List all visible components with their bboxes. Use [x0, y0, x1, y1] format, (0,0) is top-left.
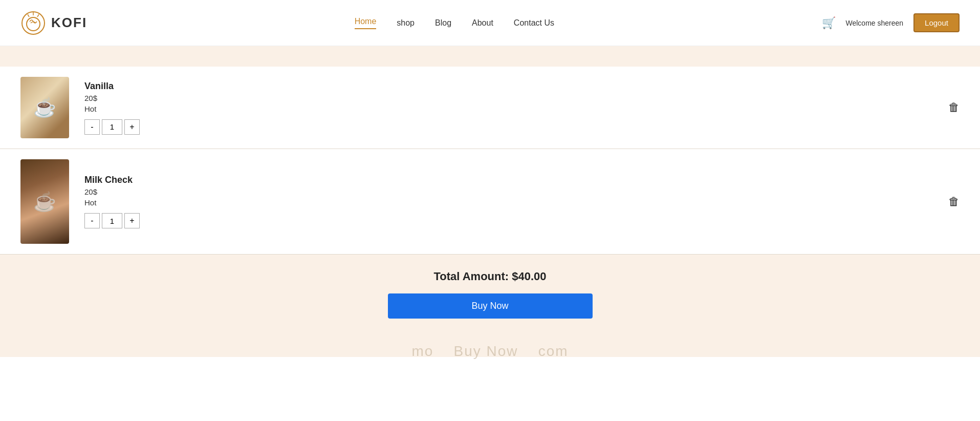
- brand-name: KOFI: [51, 15, 87, 31]
- qty-controls-vanilla: - +: [84, 119, 140, 135]
- nav-blog[interactable]: Blog: [435, 18, 451, 28]
- nav-home[interactable]: Home: [355, 17, 377, 29]
- item-name-vanilla: Vanilla: [84, 81, 140, 92]
- qty-increase-vanilla[interactable]: +: [124, 119, 140, 135]
- item-name-milkcheck: Milk Check: [84, 175, 140, 185]
- qty-controls-milkcheck: - +: [84, 213, 140, 228]
- navbar-right: 🛒 Welcome shereen Logout: [822, 13, 960, 32]
- cart-footer: Total Amount: $40.00 Buy Now: [0, 255, 980, 357]
- logo-area: KOFI: [20, 10, 87, 36]
- welcome-text: Welcome shereen: [846, 19, 904, 27]
- delete-vanilla[interactable]: 🗑: [948, 101, 960, 114]
- total-amount: Total Amount: $40.00: [20, 270, 960, 283]
- item-details-milkcheck: Milk Check 20$ Hot - +: [84, 175, 140, 228]
- item-image-vanilla: [20, 77, 69, 138]
- qty-decrease-vanilla[interactable]: -: [84, 119, 100, 135]
- item-type-milkcheck: Hot: [84, 198, 140, 207]
- item-price-milkcheck: 20$: [84, 187, 140, 196]
- cart-item: Vanilla 20$ Hot - + 🗑: [0, 67, 980, 149]
- cart-container: Vanilla 20$ Hot - + 🗑 Milk Check 20$ Hot…: [0, 67, 980, 255]
- navbar: KOFI Home shop Blog About Contact Us 🛒 W…: [0, 0, 980, 46]
- item-type-vanilla: Hot: [84, 104, 140, 113]
- nav-links: Home shop Blog About Contact Us: [355, 17, 554, 29]
- qty-increase-milkcheck[interactable]: +: [124, 213, 140, 228]
- hero-strip: [0, 46, 980, 67]
- logout-button[interactable]: Logout: [913, 13, 960, 32]
- qty-decrease-milkcheck[interactable]: -: [84, 213, 100, 228]
- qty-input-milkcheck[interactable]: [102, 213, 122, 228]
- buy-now-button[interactable]: Buy Now: [388, 293, 593, 319]
- logo-icon: [20, 10, 46, 36]
- svg-point-1: [27, 17, 40, 31]
- svg-line-3: [28, 14, 29, 17]
- item-details-vanilla: Vanilla 20$ Hot - +: [84, 81, 140, 135]
- cart-icon[interactable]: 🛒: [822, 16, 836, 30]
- item-price-vanilla: 20$: [84, 94, 140, 102]
- delete-milkcheck[interactable]: 🗑: [948, 195, 960, 208]
- qty-input-vanilla[interactable]: [102, 119, 122, 135]
- nav-shop[interactable]: shop: [397, 18, 415, 28]
- item-image-milkcheck: [20, 159, 69, 244]
- nav-contact[interactable]: Contact Us: [514, 18, 554, 28]
- cart-item: Milk Check 20$ Hot - + 🗑: [0, 149, 980, 255]
- svg-line-4: [37, 14, 39, 17]
- nav-about[interactable]: About: [472, 18, 493, 28]
